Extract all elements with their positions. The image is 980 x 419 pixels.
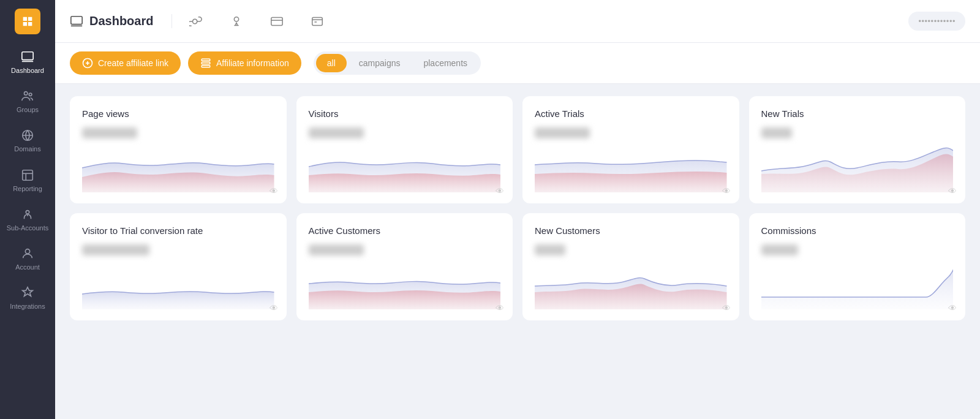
svg-point-13 [193, 19, 197, 23]
sidebar-item-integrations[interactable]: Integrations [0, 279, 55, 318]
content-area: Page views [55, 84, 980, 419]
chart-svg-page-views [82, 143, 274, 192]
card-title-active-trials: Active Trials [535, 108, 727, 119]
filter-placements-button[interactable]: placements [412, 54, 478, 72]
sidebar-item-label-groups: Groups [17, 106, 39, 114]
svg-rect-21 [202, 59, 210, 61]
card-chart-conversion-rate [82, 260, 274, 309]
card-chart-new-customers [535, 260, 727, 309]
monitor-icon [70, 15, 83, 28]
affiliate-information-button[interactable]: Affiliate information [188, 51, 301, 75]
card-page-views: Page views [70, 96, 287, 203]
card-title-new-trials: New Trials [761, 108, 954, 119]
create-affiliate-link-button[interactable]: Create affiliate link [70, 51, 181, 75]
eye-icon-page-views[interactable]: 👁 [270, 186, 278, 196]
svg-point-8 [26, 210, 29, 214]
main-content: Dashboard •••••••••••• Create affiliate … [55, 0, 980, 419]
card-value-new-customers [535, 244, 565, 255]
svg-rect-15 [271, 17, 282, 25]
card-value-new-trials [761, 127, 792, 138]
filter-group: all campaigns placements [314, 51, 481, 75]
sidebar-item-label-account: Account [15, 263, 40, 271]
card-chart-active-trials [535, 143, 727, 192]
card-value-conversion-rate [82, 244, 149, 255]
svg-rect-23 [202, 66, 210, 67]
tab-billing[interactable] [300, 10, 335, 33]
card-title-active-customers: Active Customers [309, 225, 501, 236]
page-title: Dashboard [89, 14, 153, 28]
eye-icon-active-customers[interactable]: 👁 [496, 303, 504, 313]
svg-point-3 [29, 93, 32, 96]
sidebar-item-label-integrations: Integrations [10, 303, 45, 311]
sidebar-item-domains[interactable]: Domains [0, 121, 55, 160]
header-tabs [178, 10, 908, 33]
tab-visitors[interactable] [219, 10, 254, 33]
svg-rect-22 [202, 62, 210, 64]
create-affiliate-link-label: Create affiliate link [98, 58, 168, 68]
affiliate-links-icon [189, 15, 203, 28]
card-value-active-customers [309, 244, 364, 255]
eye-icon-commissions[interactable]: 👁 [948, 303, 957, 313]
chart-svg-active-customers [309, 260, 501, 309]
card-title-page-views: Page views [82, 108, 274, 119]
eye-icon-new-customers[interactable]: 👁 [722, 303, 731, 313]
sidebar-item-label-reporting: Reporting [13, 185, 42, 193]
eye-icon-new-trials[interactable]: 👁 [948, 186, 957, 196]
eye-icon-active-trials[interactable]: 👁 [722, 186, 731, 196]
card-title-new-customers: New Customers [535, 225, 727, 236]
chart-svg-new-customers [535, 260, 727, 309]
card-value-active-trials [535, 127, 590, 138]
billing-icon [311, 15, 324, 28]
svg-rect-5 [23, 170, 33, 180]
chart-svg-active-trials [535, 143, 727, 192]
chart-svg-visitors [309, 143, 501, 192]
filter-campaigns-button[interactable]: campaigns [348, 54, 412, 72]
affiliate-information-label: Affiliate information [216, 58, 289, 68]
card-chart-visitors [309, 143, 501, 192]
tab-affiliate-links[interactable] [178, 10, 214, 33]
card-title-visitors: Visitors [309, 108, 501, 119]
sidebar-item-sub-accounts[interactable]: Sub-Accounts [0, 200, 55, 240]
chart-svg-conversion-rate [82, 260, 274, 309]
chart-svg-new-trials [761, 143, 954, 192]
sidebar: Dashboard Groups Domains Reporting Sub-A… [0, 0, 55, 419]
card-active-trials: Active Trials [522, 96, 739, 203]
sidebar-item-account[interactable]: Account [0, 240, 55, 279]
user-placeholder: •••••••••••• [918, 17, 956, 26]
header: Dashboard •••••••••••• [55, 0, 980, 43]
card-active-customers: Active Customers [296, 213, 513, 320]
sidebar-item-groups[interactable]: Groups [0, 82, 55, 121]
affiliate-info-icon [200, 58, 211, 69]
card-new-customers: New Customers [522, 213, 739, 320]
svg-point-10 [25, 249, 29, 254]
tab-payouts[interactable] [259, 10, 295, 33]
visitors-icon [230, 15, 243, 28]
sidebar-item-reporting[interactable]: Reporting [0, 161, 55, 200]
card-chart-active-customers [309, 260, 501, 309]
sidebar-logo [0, 0, 55, 43]
svg-rect-17 [312, 17, 323, 25]
card-new-trials: New Trials [749, 96, 966, 203]
svg-point-2 [24, 92, 28, 96]
cards-grid: Page views [70, 96, 965, 320]
card-title-commissions: Commissions [761, 225, 954, 236]
toolbar: Create affiliate link Affiliate informat… [55, 43, 980, 84]
chart-svg-commissions [761, 260, 954, 309]
svg-rect-11 [71, 16, 82, 24]
card-commissions: Commissions 👁 [749, 213, 966, 320]
header-user: •••••••••••• [908, 12, 965, 31]
filter-all-button[interactable]: all [316, 54, 347, 72]
card-value-page-views [82, 127, 137, 138]
svg-rect-0 [22, 52, 33, 60]
eye-icon-conversion-rate[interactable]: 👁 [270, 303, 278, 313]
sidebar-item-dashboard[interactable]: Dashboard [0, 43, 55, 82]
logo-icon [15, 9, 40, 34]
sidebar-item-label-dashboard: Dashboard [11, 67, 44, 75]
sidebar-item-label-domains: Domains [14, 145, 40, 153]
card-chart-new-trials [761, 143, 954, 192]
payouts-icon [270, 15, 284, 28]
card-value-visitors [309, 127, 364, 138]
card-visitors: Visitors [296, 96, 513, 203]
card-conversion-rate: Visitor to Trial conversion rate [70, 213, 287, 320]
eye-icon-visitors[interactable]: 👁 [496, 186, 504, 196]
